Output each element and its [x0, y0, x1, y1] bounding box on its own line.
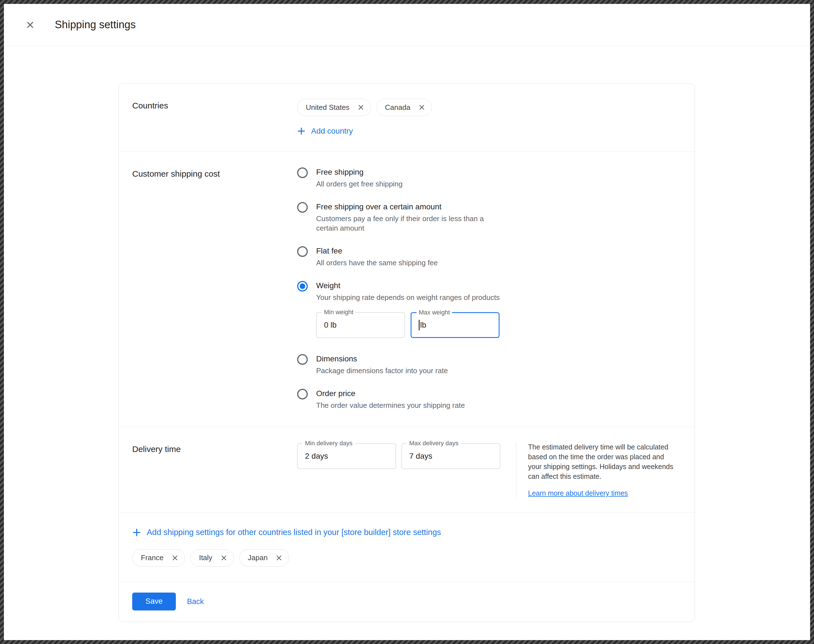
- chip-label: Canada: [385, 103, 410, 112]
- plus-icon: [132, 528, 141, 537]
- section-other-countries: Add shipping settings for other countrie…: [119, 513, 694, 582]
- max-delivery-days-label: Max delivery days: [407, 440, 461, 447]
- option-title: Free shipping: [316, 167, 403, 178]
- field-text: 7 days: [409, 452, 432, 461]
- min-delivery-days-field[interactable]: Min delivery days 2 days: [297, 443, 396, 469]
- shipping-option-flat-fee[interactable]: Flat fee All orders have the same shippi…: [297, 246, 681, 267]
- min-delivery-days-value: 2 days: [298, 444, 396, 468]
- max-weight-field-label: Max weight: [417, 309, 452, 316]
- option-description: Your shipping rate depends on weight ran…: [316, 293, 500, 302]
- option-description: All orders have the same shipping fee: [316, 258, 438, 267]
- chip-label: United States: [306, 103, 350, 112]
- option-title: Weight: [316, 281, 500, 291]
- delivery-time-label: Delivery time: [132, 442, 297, 497]
- option-title: Dimensions: [316, 354, 448, 364]
- country-chip-canada: Canada: [376, 99, 432, 116]
- close-icon: [220, 554, 228, 562]
- shipping-cost-options: Free shipping All orders get free shippi…: [297, 167, 681, 412]
- section-shipping-cost: Customer shipping cost Free shipping All…: [119, 152, 694, 427]
- close-icon: [25, 20, 35, 30]
- country-chip-row: United States Canada: [297, 99, 681, 116]
- option-title: Order price: [316, 388, 465, 399]
- option-description: Package dimensions factor into your rate: [316, 366, 448, 376]
- section-delivery-time: Delivery time Min delivery days 2 days M…: [119, 427, 694, 513]
- radio-dimensions[interactable]: [297, 354, 308, 365]
- other-country-chip-row: France Italy Japan: [132, 549, 681, 567]
- other-country-chip-france: France: [132, 549, 185, 567]
- delivery-note: The estimated delivery time will be calc…: [528, 442, 677, 481]
- plus-icon: [297, 127, 305, 135]
- field-text: 2 days: [305, 452, 328, 461]
- other-country-chip-italy: Italy: [190, 549, 234, 567]
- max-weight-field[interactable]: Max weight lb: [411, 312, 500, 338]
- close-icon: [418, 103, 426, 111]
- shipping-cost-label: Customer shipping cost: [132, 167, 297, 412]
- weight-fields-row: Min weight 0 lb Max weight lb: [316, 312, 500, 338]
- min-weight-field-label: Min weight: [322, 308, 356, 316]
- add-shipping-settings-label: Add shipping settings for other countrie…: [147, 528, 441, 537]
- close-icon: [171, 554, 179, 562]
- field-text: lb: [420, 320, 426, 330]
- delivery-note-block: The estimated delivery time will be calc…: [528, 442, 677, 497]
- option-body: Dimensions Package dimensions factor int…: [316, 354, 448, 376]
- close-icon: [275, 554, 283, 562]
- min-delivery-days-label: Min delivery days: [303, 440, 355, 447]
- header: Shipping settings: [4, 4, 810, 46]
- max-weight-field-value: lb: [411, 313, 499, 337]
- section-countries: Countries United States Canada: [119, 84, 694, 152]
- min-weight-field[interactable]: Min weight 0 lb: [316, 312, 405, 338]
- window: Shipping settings Countries United State…: [0, 0, 814, 644]
- delivery-time-content: Min delivery days 2 days Max delivery da…: [297, 442, 681, 497]
- radio-free-over-amount[interactable]: [297, 202, 308, 213]
- option-description: The order value determines your shipping…: [316, 400, 465, 410]
- footer: Save Back: [119, 582, 694, 622]
- remove-country-button[interactable]: [273, 552, 285, 564]
- option-body: Weight Your shipping rate depends on wei…: [316, 281, 500, 341]
- chip-label: Japan: [248, 554, 268, 562]
- field-text: 0 lb: [324, 320, 337, 330]
- option-description: All orders get free shipping: [316, 179, 403, 189]
- remove-country-button[interactable]: [169, 552, 181, 564]
- radio-free-shipping[interactable]: [297, 167, 308, 178]
- option-body: Free shipping over a certain amount Cust…: [316, 201, 506, 233]
- text-cursor: [419, 320, 420, 330]
- delivery-times-link[interactable]: Learn more about delivery times: [528, 489, 628, 497]
- option-body: Free shipping All orders get free shippi…: [316, 167, 403, 189]
- remove-country-button[interactable]: [415, 101, 428, 114]
- radio-order-price[interactable]: [297, 389, 308, 399]
- close-button[interactable]: [20, 15, 40, 35]
- remove-country-button[interactable]: [218, 552, 230, 564]
- shipping-option-weight[interactable]: Weight Your shipping rate depends on wei…: [297, 281, 681, 341]
- radio-flat-fee[interactable]: [297, 246, 308, 257]
- shipping-option-free-over-amount[interactable]: Free shipping over a certain amount Cust…: [297, 201, 681, 233]
- close-icon: [357, 103, 365, 111]
- chip-label: Italy: [199, 554, 212, 562]
- radio-weight-selected[interactable]: [297, 281, 308, 291]
- option-body: Flat fee All orders have the same shippi…: [316, 246, 438, 267]
- country-chip-united-states: United States: [297, 99, 371, 116]
- save-button[interactable]: Save: [132, 593, 176, 610]
- page-title: Shipping settings: [55, 19, 136, 31]
- add-country-button[interactable]: Add country: [297, 127, 353, 136]
- back-button[interactable]: Back: [180, 593, 211, 610]
- shipping-option-free-shipping[interactable]: Free shipping All orders get free shippi…: [297, 167, 681, 189]
- max-delivery-days-value: 7 days: [402, 444, 500, 468]
- option-title: Free shipping over a certain amount: [316, 201, 506, 212]
- max-delivery-days-field[interactable]: Max delivery days 7 days: [402, 443, 500, 469]
- add-shipping-settings-button[interactable]: Add shipping settings for other countrie…: [132, 528, 441, 537]
- shipping-option-dimensions[interactable]: Dimensions Package dimensions factor int…: [297, 354, 681, 376]
- chip-label: France: [141, 554, 164, 562]
- option-description: Customers pay a fee only if their order …: [316, 214, 506, 233]
- delivery-fields-row: Min delivery days 2 days Max delivery da…: [297, 442, 500, 497]
- option-title: Flat fee: [316, 246, 438, 256]
- add-country-label: Add country: [311, 127, 353, 136]
- option-body: Order price The order value determines y…: [316, 388, 465, 410]
- other-country-chip-japan: Japan: [239, 549, 289, 567]
- settings-card: Countries United States Canada: [118, 83, 695, 622]
- remove-country-button[interactable]: [354, 101, 367, 114]
- countries-content: United States Canada: [297, 99, 681, 136]
- countries-label: Countries: [132, 99, 297, 136]
- shipping-option-order-price[interactable]: Order price The order value determines y…: [297, 388, 681, 410]
- min-weight-field-value: 0 lb: [317, 313, 405, 337]
